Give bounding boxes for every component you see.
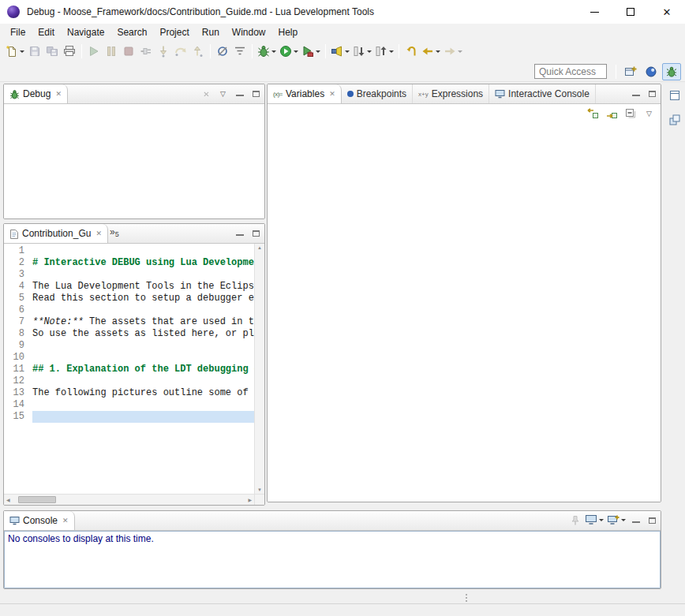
skip-all-breakpoints-button[interactable] bbox=[214, 43, 231, 60]
back-button[interactable] bbox=[420, 43, 442, 60]
variables-content[interactable] bbox=[268, 123, 661, 502]
code-area[interactable]: 1 2# Interactive DEBUG using Lua Develop… bbox=[4, 244, 254, 494]
debug-view-menu-button[interactable]: ▽ bbox=[215, 84, 231, 103]
code-line[interactable]: 5Read this section to setup a debugger e… bbox=[4, 293, 254, 304]
debug-button[interactable] bbox=[256, 43, 278, 60]
code-line[interactable]: 6 bbox=[4, 304, 254, 316]
external-tools-button[interactable] bbox=[300, 43, 322, 60]
code-line[interactable]: 10 bbox=[4, 352, 254, 364]
quick-access-input[interactable]: Quick Access bbox=[534, 64, 607, 79]
code-line[interactable]: 15 bbox=[4, 411, 254, 423]
scroll-up-icon[interactable]: ▲ bbox=[257, 245, 262, 250]
menu-navigate[interactable]: Navigate bbox=[61, 24, 110, 40]
tab-close-icon[interactable]: ✕ bbox=[55, 91, 62, 98]
minimized-view-grid-button[interactable] bbox=[667, 112, 683, 128]
search-button[interactable] bbox=[329, 43, 351, 60]
debug-maximize-button[interactable] bbox=[248, 84, 264, 103]
line-number[interactable]: 3 bbox=[4, 269, 32, 281]
editor-minimize-button[interactable] bbox=[231, 224, 248, 243]
open-console-button[interactable] bbox=[605, 511, 627, 528]
line-number[interactable]: 12 bbox=[4, 375, 32, 387]
variables-view-menu-button[interactable]: ▽ bbox=[641, 110, 657, 118]
code-line[interactable]: 8So use the assets as listed here, or pl… bbox=[4, 328, 254, 340]
line-number[interactable]: 4 bbox=[4, 281, 32, 293]
tab-close-icon[interactable]: ✕ bbox=[62, 517, 69, 525]
tab-interactive-console[interactable]: Interactive Console bbox=[489, 84, 596, 103]
scroll-left-icon[interactable]: ◀ bbox=[6, 497, 10, 502]
use-step-filters-button[interactable] bbox=[231, 43, 249, 60]
open-perspective-button[interactable] bbox=[621, 63, 640, 80]
window-minimize-button[interactable] bbox=[576, 0, 612, 24]
code-line[interactable]: 3 bbox=[4, 269, 254, 281]
menu-run[interactable]: Run bbox=[196, 24, 226, 40]
tab-console[interactable]: Console ✕ bbox=[4, 511, 75, 530]
perspective-debug-button[interactable] bbox=[662, 63, 681, 80]
suspend-button[interactable] bbox=[103, 43, 120, 60]
previous-annotation-button[interactable] bbox=[373, 43, 395, 60]
editor-maximize-button[interactable] bbox=[248, 224, 264, 243]
editor-horizontal-scrollbar[interactable]: ◀ ▶ bbox=[4, 495, 254, 505]
display-selected-console-button[interactable] bbox=[583, 511, 605, 528]
disconnect-button[interactable] bbox=[137, 43, 155, 60]
tab-contribution-guide[interactable]: Contribution_Gu ✕ bbox=[4, 224, 108, 243]
variables-maximize-button[interactable] bbox=[644, 84, 661, 103]
tab-expressions[interactable]: x+y Expressions bbox=[413, 84, 489, 103]
line-number[interactable]: 2 bbox=[4, 257, 32, 269]
console-minimize-button[interactable] bbox=[627, 511, 644, 530]
line-number[interactable]: 10 bbox=[4, 352, 32, 364]
code-line[interactable]: 14 bbox=[4, 399, 254, 411]
tab-close-icon[interactable]: ✕ bbox=[95, 230, 102, 237]
code-line[interactable]: 12 bbox=[4, 375, 254, 387]
line-number[interactable]: 8 bbox=[4, 328, 32, 340]
save-button[interactable] bbox=[26, 43, 43, 60]
debug-minimize-button[interactable] bbox=[231, 84, 248, 103]
scrollbar-thumb[interactable] bbox=[18, 496, 56, 503]
step-into-button[interactable] bbox=[155, 43, 172, 60]
window-close-button[interactable]: ✕ bbox=[649, 0, 685, 24]
sash-handle[interactable] bbox=[466, 594, 467, 602]
new-button[interactable] bbox=[4, 43, 26, 60]
print-button[interactable] bbox=[61, 43, 78, 60]
window-maximize-button[interactable] bbox=[612, 0, 649, 24]
line-number[interactable]: 15 bbox=[4, 411, 32, 423]
last-edit-location-button[interactable] bbox=[402, 43, 420, 60]
line-number[interactable]: 7 bbox=[4, 316, 32, 328]
menu-project[interactable]: Project bbox=[153, 24, 195, 40]
editor-vertical-scrollbar[interactable]: ▲ ▼ bbox=[254, 244, 264, 494]
console-content[interactable]: No consoles to display at this time. bbox=[4, 531, 661, 588]
menu-window[interactable]: Window bbox=[226, 24, 272, 40]
line-number[interactable]: 14 bbox=[4, 399, 32, 411]
code-line[interactable]: 1 bbox=[4, 245, 254, 257]
tab-debug[interactable]: Debug ✕ bbox=[4, 84, 68, 103]
forward-button[interactable] bbox=[442, 43, 464, 60]
code-line[interactable]: 13The following pictures outline some of… bbox=[4, 387, 254, 399]
pin-console-button[interactable] bbox=[567, 511, 583, 530]
code-line[interactable]: 4The Lua Development Tools in the Eclips… bbox=[4, 281, 254, 293]
tab-breakpoints[interactable]: Breakpoints bbox=[342, 84, 413, 103]
restore-view-button[interactable] bbox=[667, 88, 683, 103]
step-return-button[interactable] bbox=[189, 43, 207, 60]
line-number[interactable]: 6 bbox=[4, 304, 32, 316]
line-number[interactable]: 13 bbox=[4, 387, 32, 399]
save-all-button[interactable] bbox=[43, 43, 61, 60]
perspective-lua-button[interactable] bbox=[642, 63, 661, 80]
code-line[interactable]: 2# Interactive DEBUG using Lua Developme… bbox=[4, 257, 254, 269]
tab-variables[interactable]: (x)= Variables ✕ bbox=[268, 84, 342, 103]
hidden-editors-chevron[interactable]: » 5 bbox=[108, 224, 124, 243]
code-line[interactable]: 11## 1. Explanation of the LDT debugging… bbox=[4, 364, 254, 375]
resume-button[interactable] bbox=[85, 43, 103, 60]
line-number[interactable]: 5 bbox=[4, 293, 32, 304]
menu-edit[interactable]: Edit bbox=[32, 24, 61, 40]
scroll-right-icon[interactable]: ▶ bbox=[248, 497, 252, 502]
code-line[interactable]: 7**Note:** The assets that are used in t… bbox=[4, 316, 254, 328]
menu-search[interactable]: Search bbox=[110, 24, 153, 40]
show-type-names-button[interactable] bbox=[584, 105, 601, 122]
run-button[interactable] bbox=[278, 43, 300, 60]
code-line[interactable]: 9 bbox=[4, 340, 254, 352]
line-number[interactable]: 1 bbox=[4, 245, 32, 257]
terminate-button[interactable] bbox=[120, 43, 137, 60]
tab-close-icon[interactable]: ✕ bbox=[329, 91, 335, 98]
next-annotation-button[interactable] bbox=[351, 43, 373, 60]
menu-help[interactable]: Help bbox=[272, 24, 305, 40]
variables-minimize-button[interactable] bbox=[627, 84, 644, 103]
